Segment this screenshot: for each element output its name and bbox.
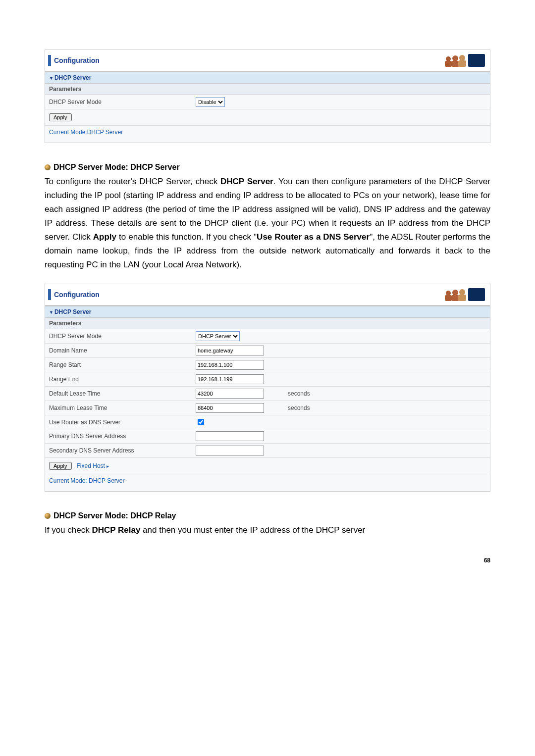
apply-button[interactable]: Apply — [49, 462, 72, 470]
table-row: Primary DNS Server Address — [45, 429, 490, 444]
unit-seconds: seconds — [284, 401, 490, 415]
svg-point-1 — [452, 55, 458, 61]
svg-rect-13 — [445, 295, 452, 301]
params-table: DHCP Server Mode DHCP Server Domain Name — [45, 329, 490, 458]
apply-button[interactable]: Apply — [49, 113, 72, 121]
field-mode: DHCP Server — [192, 329, 284, 344]
table-row: Domain Name — [45, 344, 490, 358]
body-paragraph: To configure the router's DHCP Server, c… — [45, 175, 490, 272]
heading-text: DHCP Server Mode: DHCP Relay — [54, 511, 176, 520]
range-end-input[interactable] — [196, 374, 264, 384]
section-heading-dhcp-server: DHCP Server Mode: DHCP Server — [45, 163, 490, 172]
config-panel-dhcp-server: Configuration DHCP Server Parameters DHC… — [45, 284, 490, 492]
heading-text: DHCP Server Mode: DHCP Server — [54, 163, 180, 172]
svg-point-3 — [459, 55, 465, 61]
dhcp-mode-select-control[interactable]: DHCP Server — [196, 331, 240, 341]
table-row: Maximum Lease Time seconds — [45, 401, 490, 415]
primary-dns-input[interactable] — [196, 431, 264, 441]
section-dhcp-server[interactable]: DHCP Server — [45, 72, 490, 84]
panel-header: Configuration — [45, 50, 490, 72]
config-panel-disable: Configuration DHCP Server Parameters DHC… — [45, 50, 490, 143]
header-bar-icon — [48, 289, 51, 300]
section-heading-dhcp-relay: DHCP Server Mode: DHCP Relay — [45, 511, 490, 520]
unit-seconds: seconds — [284, 387, 490, 401]
status-row: Current Mode: DHCP Server — [45, 474, 490, 491]
svg-rect-7 — [468, 288, 485, 301]
label-range-end: Range End — [45, 372, 192, 387]
label-max-lease: Maximum Lease Time — [45, 401, 192, 415]
dhcp-mode-select[interactable]: DHCP Server — [196, 331, 240, 341]
params-table: DHCP Server Mode Disable — [45, 95, 490, 109]
range-start-input[interactable] — [196, 360, 264, 370]
svg-rect-0 — [468, 54, 485, 67]
panel-header: Configuration — [45, 284, 490, 306]
panel-title: Configuration — [54, 56, 100, 64]
default-lease-input[interactable] — [196, 389, 264, 399]
panel-header-left: Configuration — [48, 289, 100, 300]
document-page: Configuration DHCP Server Parameters DHC… — [0, 0, 535, 594]
apply-row: Apply — [45, 109, 490, 126]
label-dhcp-mode: DHCP Server Mode — [45, 95, 192, 109]
parameters-heading: Parameters — [45, 318, 490, 329]
secondary-dns-input[interactable] — [196, 446, 264, 455]
svg-rect-6 — [445, 61, 452, 67]
status-row: Current Mode:DHCP Server — [45, 126, 490, 143]
section-dhcp-server[interactable]: DHCP Server — [45, 306, 490, 318]
label-primary-dns: Primary DNS Server Address — [45, 429, 192, 444]
table-row: DHCP Server Mode Disable — [45, 95, 490, 109]
parameters-heading: Parameters — [45, 84, 490, 95]
header-bar-icon — [48, 55, 51, 66]
table-row: Range End — [45, 372, 490, 387]
table-row: DHCP Server Mode DHCP Server — [45, 329, 490, 344]
svg-point-8 — [452, 290, 458, 296]
people-icon — [435, 287, 485, 302]
svg-point-10 — [459, 289, 465, 295]
bullet-icon — [45, 513, 51, 519]
panel-title: Configuration — [54, 291, 100, 299]
table-row: Secondary DNS Server Address — [45, 444, 490, 458]
svg-rect-11 — [458, 295, 466, 301]
svg-rect-2 — [451, 61, 459, 67]
svg-point-5 — [446, 56, 451, 61]
table-row: Use Router as DNS Server — [45, 415, 490, 429]
table-row: Range Start — [45, 358, 490, 372]
label-default-lease: Default Lease Time — [45, 387, 192, 401]
dhcp-mode-select[interactable]: Disable — [196, 97, 225, 107]
people-icon — [435, 53, 485, 68]
label-use-router-dns: Use Router as DNS Server — [45, 415, 192, 429]
label-range-start: Range Start — [45, 358, 192, 372]
domain-name-input[interactable] — [196, 346, 264, 355]
label-mode: DHCP Server Mode — [45, 329, 192, 344]
label-domain: Domain Name — [45, 344, 192, 358]
fixed-host-link[interactable]: Fixed Host — [77, 462, 109, 469]
panel-header-left: Configuration — [48, 55, 100, 66]
apply-row: Apply Fixed Host — [45, 458, 490, 474]
svg-rect-4 — [458, 60, 466, 67]
table-row: Default Lease Time seconds — [45, 387, 490, 401]
use-router-dns-checkbox[interactable] — [198, 419, 204, 425]
field-dhcp-mode: Disable — [192, 95, 284, 109]
label-secondary-dns: Secondary DNS Server Address — [45, 444, 192, 458]
max-lease-input[interactable] — [196, 403, 264, 413]
body-paragraph: If you check DHCP Relay and then you mus… — [45, 523, 490, 537]
page-number: 68 — [45, 557, 490, 564]
dhcp-mode-select-control[interactable]: Disable — [196, 97, 225, 107]
bullet-icon — [45, 164, 51, 170]
svg-point-12 — [446, 291, 451, 296]
svg-rect-9 — [451, 295, 459, 301]
